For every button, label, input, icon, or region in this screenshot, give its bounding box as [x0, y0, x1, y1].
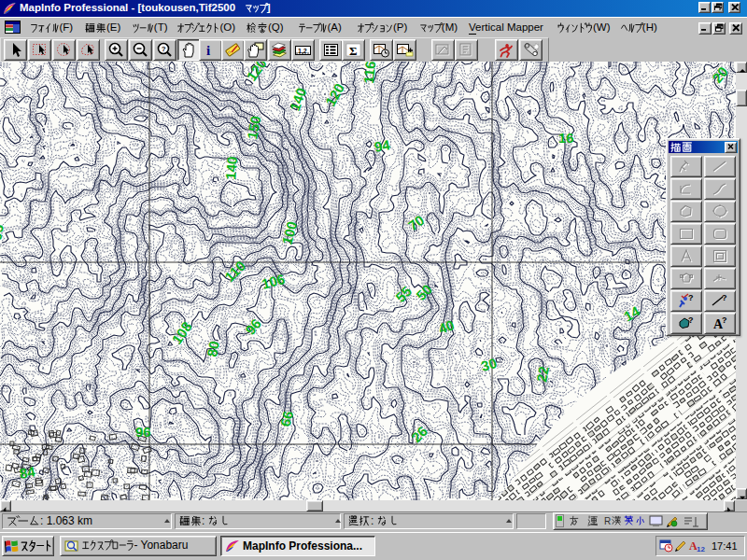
svg-text:12: 12: [697, 545, 705, 553]
svg-text:- Yonabaru: - Yonabaru: [134, 539, 188, 552]
